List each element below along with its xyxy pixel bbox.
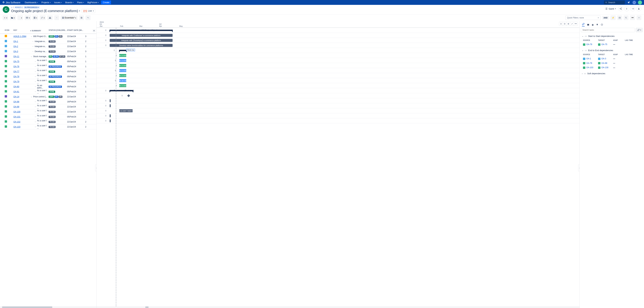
timeline-scrollbar[interactable]: [96, 306, 580, 308]
more-button[interactable]: •••: [630, 15, 635, 20]
and-button[interactable]: AND: [602, 16, 609, 19]
timeline-row[interactable]: ⇪As a user: [96, 68, 580, 73]
user-avatar[interactable]: [638, 0, 642, 4]
dependency-row[interactable]: OA-78 OA-98 —: [581, 61, 643, 65]
table-row[interactable]: AGILE-1-2584 ⌄000 Project O... 100%0%0% …: [0, 34, 96, 39]
timeline-row[interactable]: ⇪: [96, 93, 580, 98]
table-row[interactable]: OA-75 ●As a user I ... DONE 05/Feb/24 1: [0, 59, 96, 64]
dependency-row[interactable]: OA-1 OA-3 —: [581, 56, 643, 61]
nav-dashboards[interactable]: Dashboards: [24, 0, 40, 4]
search-input[interactable]: [608, 1, 624, 4]
calendar-button[interactable]: [617, 15, 622, 20]
share-button[interactable]: [618, 6, 623, 11]
col-key[interactable]: KEY: [14, 29, 30, 32]
home-icon[interactable]: ⌂: [11, 6, 12, 8]
timeline-row[interactable]: ⇪: [96, 98, 580, 103]
breadcrumb-project[interactable]: AGILE-1: [15, 6, 23, 8]
add-button[interactable]: ＋: [3, 15, 8, 20]
table-row[interactable]: OA-77 ●As a user I ... DONE 05/Feb/24 1: [0, 69, 96, 74]
title-dropdown-icon[interactable]: ▾: [79, 10, 80, 12]
nav-plans[interactable]: Plans: [76, 0, 85, 4]
collapse-right-handle[interactable]: ›: [578, 165, 580, 171]
table-row[interactable]: OA-78 ●As a user I ... IN PROGRESS 05/Fe…: [0, 74, 96, 79]
table-row[interactable]: OA-14 ⌄Price control [... 100%0%0% 22/Ja…: [0, 94, 96, 99]
zoom-in-button[interactable]: ⊕: [566, 22, 570, 26]
timeline-row[interactable]: ⇪000 Project Objectives: [96, 28, 580, 33]
quick-filters[interactable]: Quick Filters: none▾: [565, 15, 600, 20]
status-lozenge[interactable]: IN PROGRESS ▾: [24, 6, 40, 8]
col-status[interactable]: STATUS [CHILDRE...: [49, 29, 67, 32]
timeline-row[interactable]: ✓As a user: [96, 73, 580, 78]
timeline-row[interactable]: ⇪Integrate with 'Craftsman' e-commerce p…: [96, 33, 580, 38]
timeline-row[interactable]: ✓As a user: [96, 63, 580, 68]
timeline-row[interactable]: ⇪Stock ma: [96, 48, 580, 53]
add-column-button[interactable]: +: [92, 29, 96, 32]
dependency-row[interactable]: OA-103 OA-130 —: [581, 65, 643, 70]
col-start-date[interactable]: START DATE [MI...: [67, 29, 85, 32]
table-row[interactable]: OA-80 ●As an admi... IN PROGRESS 05/Feb/…: [0, 84, 96, 89]
notifications-icon[interactable]: [626, 0, 630, 4]
nav-boards[interactable]: Boards: [64, 0, 75, 4]
table-row[interactable]: OA-98 ●As a user I ... TO DO 16/Feb/24 1: [0, 99, 96, 104]
tab-bulb[interactable]: [596, 23, 598, 26]
timeline-body[interactable]: ⇪000 Project Objectives⇪Integrate with '…: [96, 28, 580, 306]
table-row[interactable]: OA-11 ⌄Stock manage... 0%42.9%57.1% 05/F…: [0, 54, 96, 59]
table-row[interactable]: OA-103 ●As a user I ... TO DO 22/Jan/24 …: [0, 124, 96, 129]
timeline-row[interactable]: ⇪Integrate with '[Tools4you]' e-commerce…: [96, 38, 580, 43]
nav-projects[interactable]: Projects: [40, 0, 52, 4]
timeline-row[interactable]: ⇪As a user I want to: [96, 108, 580, 113]
table-row[interactable]: OA-81 ●As a user I ... DONE 05/Feb/24 1: [0, 89, 96, 94]
layout-button[interactable]: [32, 15, 38, 20]
live-badge[interactable]: ((•)) Live ▾: [82, 9, 95, 13]
table-row[interactable]: OA-100 ●As a user I ... TO DO 22/Jan/24 …: [0, 109, 96, 114]
table-row[interactable]: OA-2 ●Integrate w... TO DO 22/Jan/24 2: [0, 44, 96, 49]
save-button[interactable]: [79, 15, 84, 20]
help-icon[interactable]: ?: [632, 0, 636, 4]
timeline-row[interactable]: ✓As a user: [96, 53, 580, 58]
tab-links[interactable]: [582, 23, 585, 26]
link-button[interactable]: [40, 15, 46, 20]
timeline-more-button[interactable]: •••: [574, 22, 578, 26]
collapse-button[interactable]: [636, 15, 641, 20]
table-scrollbar[interactable]: [0, 306, 96, 308]
export-button[interactable]: [54, 15, 59, 20]
table-row[interactable]: OA-3 ●Develop na... TO DO 22/Jan/24 3: [0, 49, 96, 54]
view-button[interactable]: [25, 15, 31, 20]
table-row[interactable]: OA-1 ●Integrate w... TO DO 22/Jan/24 2: [0, 39, 96, 44]
s2s-header[interactable]: ⌄▭Start to Start dependencies: [581, 34, 643, 38]
info-button[interactable]: i: [624, 6, 629, 11]
timeline-row[interactable]: ⇪: [96, 118, 580, 123]
table-row[interactable]: OA-79 ●As a user I ... DONE 05/Feb/24 1: [0, 79, 96, 84]
search-button[interactable]: [624, 15, 628, 20]
table-row[interactable]: OA-102 ●As a user I ... TO DO 22/Jan/24 …: [0, 119, 96, 124]
col-summary[interactable]: ▾SUMMARY: [30, 29, 49, 32]
table-row[interactable]: OA-76 ●As a user I ... IN PROGRESS 05/Fe…: [0, 64, 96, 69]
dependency-row[interactable]: OA-79 OA-75 —: [581, 42, 643, 47]
col-icon[interactable]: ICON: [0, 29, 14, 32]
nav-issues[interactable]: Issues: [53, 0, 64, 4]
table-row[interactable]: OA-101 ●As a user I ... TO DO 05/Feb/24 …: [0, 114, 96, 119]
sort-button[interactable]: [18, 15, 23, 20]
settings-button[interactable]: [630, 6, 635, 11]
tab-diamond[interactable]: ◆: [592, 23, 594, 26]
people-button[interactable]: [636, 6, 641, 11]
undo-button[interactable]: [86, 15, 90, 20]
tab-history[interactable]: [601, 23, 603, 26]
timeline-row[interactable]: ✓As a user: [96, 83, 580, 88]
timeline-row[interactable]: ⇪: [96, 103, 580, 108]
timeline-row[interactable]: ⇪: [96, 113, 580, 118]
global-search[interactable]: [604, 0, 625, 4]
gantt-view-toggle[interactable]: ☰Gantt▾: [604, 7, 617, 11]
tab-calendar[interactable]: [587, 23, 589, 26]
collapse-left-handle[interactable]: ‹: [95, 165, 96, 171]
team-button[interactable]: [47, 15, 53, 20]
soft-header[interactable]: ›▭Soft dependencies: [581, 71, 643, 76]
timeline-row[interactable]: ⇪As a user: [96, 58, 580, 63]
jira-logo[interactable]: Jira Software: [2, 1, 20, 4]
nav-bigpicture[interactable]: BigPicture: [86, 0, 100, 4]
create-button[interactable]: Create: [101, 0, 111, 4]
zoom-out-button[interactable]: ⊖: [563, 22, 566, 26]
timeline-row[interactable]: ⇪As an ad: [96, 78, 580, 83]
e2e-header[interactable]: ⌄▭End to End dependencies: [581, 48, 643, 53]
timeline-row[interactable]: ⇪Develop native functionalities for comm…: [96, 43, 580, 48]
